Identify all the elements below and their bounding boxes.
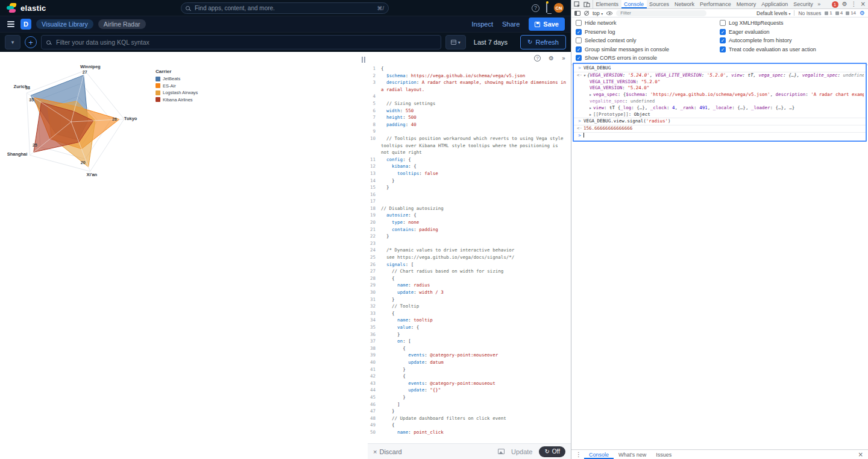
console-object-property[interactable]: ▸view: tT {_log: {…}, _clock: 4, _rank: …	[574, 105, 866, 112]
console-focus-region[interactable]: >VEGA_DEBUG<·▾{VEGA_VERSION: '5.24.0', V…	[573, 63, 867, 142]
issues-status[interactable]: No Issues	[798, 10, 821, 16]
code-line[interactable]: 29 name: radius	[368, 282, 571, 289]
code-line[interactable]: 8 padding: 40	[368, 121, 571, 128]
dashboard-app-icon[interactable]: D	[20, 19, 31, 30]
devtools-tab-network[interactable]: Network	[672, 0, 697, 8]
code-line[interactable]: 36 }	[368, 331, 571, 338]
code-line[interactable]: 12 kibana: {	[368, 163, 571, 170]
code-line[interactable]: 43 events: @category-point:mouseout	[368, 380, 571, 387]
panel-resizer[interactable]	[360, 52, 368, 459]
devtools-tab-application[interactable]: Application	[759, 0, 791, 8]
code-line[interactable]: 42 {	[368, 373, 571, 380]
code-line[interactable]: 31 }	[368, 296, 571, 303]
refresh-button[interactable]: ↻ Refresh	[520, 35, 566, 49]
inspect-element-icon[interactable]	[574, 1, 580, 8]
date-picker-button[interactable]: ▾	[445, 35, 466, 49]
code-line[interactable]: 26 signals: [	[368, 261, 571, 268]
console-object-property[interactable]: ▸[[Prototype]]: Object	[574, 112, 866, 119]
code-line[interactable]: 18// Disabling autosizing	[368, 205, 571, 212]
devtools-tab-security[interactable]: Security	[791, 0, 816, 8]
code-line[interactable]: 11 config: {	[368, 156, 571, 163]
code-line[interactable]: 14 }	[368, 177, 571, 185]
devtools-kebab-icon[interactable]: ⋮	[851, 1, 857, 7]
code-line[interactable]: 25 see https://vega.github.io/vega/docs/…	[368, 254, 571, 261]
code-line[interactable]: 24 /* Dynamic values to drive interactiv…	[368, 247, 571, 254]
code-line[interactable]: 47 }	[368, 408, 571, 415]
console-setting-checkbox[interactable]: ✓Eager evaluation	[720, 29, 864, 35]
code-line[interactable]: 28 {	[368, 275, 571, 282]
devtools-tab-performance[interactable]: Performance	[697, 0, 734, 8]
drawer-close-icon[interactable]: ×	[855, 450, 866, 459]
console-setting-checkbox[interactable]: ✓Show CORS errors in console	[576, 55, 720, 61]
code-line[interactable]: 10 // Tooltips position workaround which…	[368, 135, 571, 156]
kql-search-box[interactable]	[41, 35, 441, 49]
menu-icon[interactable]	[6, 20, 16, 28]
devtools-close-icon[interactable]: ×	[861, 1, 866, 7]
snapshot-icon[interactable]	[498, 449, 505, 454]
drawer-tab-issues[interactable]: Issues	[651, 450, 676, 459]
breadcrumb-visualize-library[interactable]: Visualize Library	[36, 19, 93, 29]
more-tabs-icon[interactable]: »	[816, 0, 822, 8]
share-button[interactable]: Share	[502, 21, 520, 28]
console-result[interactable]: <·▾{VEGA_VERSION: '5.24.0', VEGA_LITE_VE…	[574, 72, 866, 79]
devtools-settings-icon[interactable]: ⚙	[842, 1, 848, 7]
drawer-tab-console[interactable]: Console	[584, 450, 614, 459]
clear-console-icon[interactable]	[584, 11, 589, 16]
code-line[interactable]: 1{	[368, 65, 571, 72]
code-line[interactable]: 38 {	[368, 345, 571, 352]
notifications-button[interactable]	[546, 2, 547, 13]
code-line[interactable]: 5 // Sizing settings	[368, 100, 571, 107]
auto-apply-toggle[interactable]: ↻ Off	[539, 446, 565, 457]
devtools-tab-console[interactable]: Console	[621, 0, 647, 8]
live-expression-icon[interactable]	[606, 11, 612, 15]
code-line[interactable]: 45 }	[368, 394, 571, 401]
editor-expand-icon[interactable]: »	[562, 55, 565, 62]
code-line[interactable]: 46 ]	[368, 401, 571, 408]
code-line[interactable]: 33 {	[368, 310, 571, 317]
code-line[interactable]: 6 width: 550	[368, 107, 571, 115]
code-line[interactable]: 32 // Tooltip	[368, 303, 571, 310]
avatar[interactable]: CN	[554, 3, 564, 13]
code-line[interactable]: 15 }	[368, 184, 571, 191]
code-line[interactable]: 30 update: width / 3	[368, 289, 571, 296]
save-button[interactable]: Save	[529, 17, 565, 31]
update-button[interactable]: Update	[511, 448, 532, 455]
code-line[interactable]: 21 contains: padding	[368, 226, 571, 233]
devtools-tab-elements[interactable]: Elements	[593, 0, 621, 8]
console-object-property[interactable]: ▸vega_spec: {$schema: 'https://vega.gith…	[574, 92, 866, 98]
console-setting-checkbox[interactable]: Hide network	[576, 20, 720, 26]
global-search[interactable]: ⌘/	[181, 2, 389, 14]
error-count-badge[interactable]: 1	[832, 1, 838, 8]
console-filter-input[interactable]: Filter	[616, 10, 706, 16]
code-line[interactable]: 3 description: A radar chart example, sh…	[368, 79, 571, 93]
code-line[interactable]: 22 }	[368, 233, 571, 240]
code-line[interactable]: 49 {	[368, 422, 571, 429]
code-line[interactable]: 50 name: point_click	[368, 429, 571, 436]
code-line[interactable]: 19 autosize: {	[368, 212, 571, 219]
global-search-input[interactable]	[193, 4, 373, 12]
code-line[interactable]: 23	[368, 240, 571, 247]
code-line[interactable]: 4	[368, 93, 571, 100]
editor-help-icon[interactable]: ?	[534, 55, 541, 62]
console-prompt[interactable]: >	[574, 133, 866, 139]
code-line[interactable]: 39 events: @category-point:mouseover	[368, 352, 571, 359]
code-line[interactable]: 16	[368, 191, 571, 198]
console-setting-checkbox[interactable]: ✓Treat code evaluation as user action	[720, 46, 864, 52]
console-setting-checkbox[interactable]: Selected context only	[576, 37, 720, 43]
drawer-tab-what-s-new[interactable]: What's new	[614, 450, 651, 459]
code-line[interactable]: 48 // Update dashboard filters on click …	[368, 415, 571, 422]
add-filter-button[interactable]: +	[25, 36, 37, 48]
code-line[interactable]: 27 // Chart radius based on width for si…	[368, 268, 571, 275]
console-sidebar-icon[interactable]	[574, 11, 580, 16]
code-line[interactable]: 40 update: datum	[368, 359, 571, 366]
console-setting-checkbox[interactable]: ✓Autocomplete from history	[720, 37, 864, 43]
context-selector[interactable]: top ▾	[593, 10, 603, 16]
code-line[interactable]: 7 height: 500	[368, 114, 571, 121]
inspect-button[interactable]: Inspect	[471, 21, 492, 28]
code-line[interactable]: 34 name: tooltip	[368, 317, 571, 324]
devtools-tab-sources[interactable]: Sources	[647, 0, 672, 8]
log-levels-dropdown[interactable]: Default levels ▾	[756, 10, 790, 16]
saved-query-menu-button[interactable]: ▾	[5, 35, 20, 49]
console-setting-checkbox[interactable]: ✓Group similar messages in console	[576, 46, 720, 52]
help-icon[interactable]: ?	[532, 4, 539, 12]
